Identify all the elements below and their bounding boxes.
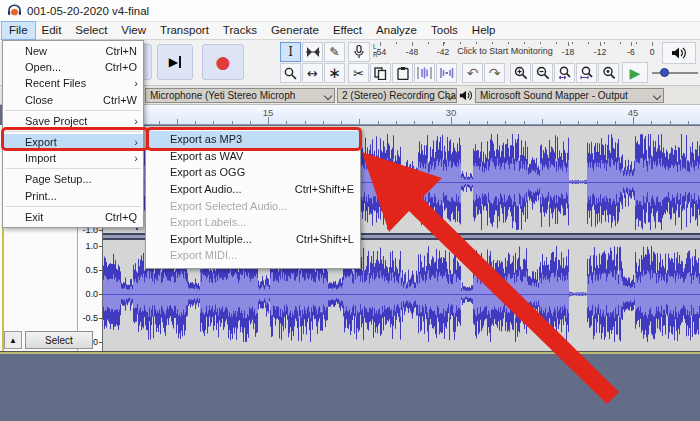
meter-scale-label: -12 <box>594 47 606 57</box>
playback-meter-button[interactable] <box>662 42 696 64</box>
record-button[interactable]: ● <box>202 44 244 80</box>
menu-edit[interactable]: Edit <box>35 22 69 39</box>
menu-item-open[interactable]: Open...Ctrl+O <box>3 59 143 75</box>
menu-item-exit[interactable]: ExitCtrl+Q <box>3 209 143 225</box>
meter-tick <box>396 42 397 44</box>
menu-tracks[interactable]: Tracks <box>216 22 264 39</box>
menu-select[interactable]: Select <box>68 22 114 39</box>
timeline-tick <box>359 119 360 124</box>
menu-item-shortcut: Ctrl+Q <box>105 211 137 223</box>
playback-device-speaker-icon <box>459 89 473 102</box>
slider-thumb[interactable] <box>660 68 669 77</box>
multi-tool-button[interactable]: ∗ <box>324 63 345 83</box>
meter-scale-label: -48 <box>406 47 418 57</box>
amp-scale-tick <box>99 318 102 319</box>
menu-item-label: New <box>25 45 96 57</box>
zoom-toggle-button[interactable] <box>598 63 619 83</box>
timeline-tick <box>505 121 506 124</box>
play-at-speed-button[interactable]: ▶ <box>622 62 648 83</box>
skip-to-end-bar-icon <box>179 56 182 68</box>
redo-button[interactable]: ↷ <box>484 63 505 83</box>
menu-effect[interactable]: Effect <box>326 22 369 39</box>
menu-tools[interactable]: Tools <box>424 22 465 39</box>
timeline-tick <box>414 121 415 124</box>
timeline-tick <box>341 121 342 124</box>
meter-tick <box>508 42 509 44</box>
menu-item-export-multiple[interactable]: Export Multiple...Ctrl+Shift+L <box>146 231 360 248</box>
title-bar[interactable]: 001-05-20-2020 v4-final <box>0 0 700 22</box>
menu-item-page-setup[interactable]: Page Setup... <box>3 171 143 187</box>
amp-scale-label-ch2: 0.0 <box>85 289 98 299</box>
amp-scale-label-ch2: 0.5 <box>85 265 98 275</box>
meter-scale-label: -42 <box>437 47 449 57</box>
timeshift-tool-button[interactable]: ↔ <box>302 63 323 83</box>
menu-item-close[interactable]: CloseCtrl+W <box>3 92 143 108</box>
menu-help[interactable]: Help <box>465 22 503 39</box>
zoom-tool-button[interactable] <box>280 63 301 83</box>
menu-item-export-labels[interactable]: Export Labels... <box>146 214 360 231</box>
zoom-out-button[interactable] <box>532 63 553 83</box>
recording-channels-value: 2 (Stereo) Recording Chan <box>342 90 457 101</box>
timeline-tick <box>615 121 616 124</box>
meter-tick <box>600 42 601 46</box>
menu-item-label: Export Labels... <box>170 216 354 228</box>
menu-item-shortcut: Ctrl+O <box>105 61 137 73</box>
meter-scale-label: -18 <box>562 47 574 57</box>
timeline-tick <box>305 121 306 124</box>
playback-device-dropdown[interactable]: Microsoft Sound Mapper - Output <box>475 88 664 103</box>
recording-device-dropdown[interactable]: Microphone (Yeti Stereo Microph <box>145 88 335 103</box>
paste-button[interactable] <box>392 63 413 83</box>
skip-to-end-button[interactable]: ▶ <box>157 44 193 80</box>
menu-analyze[interactable]: Analyze <box>369 22 424 39</box>
menu-item-print[interactable]: Print... <box>3 188 143 204</box>
envelope-tool-button[interactable] <box>302 42 323 62</box>
silence-audio-button[interactable] <box>436 63 457 83</box>
timeline-tick <box>159 121 160 124</box>
zoom-selection-button[interactable] <box>554 63 575 83</box>
timeline-tick <box>268 117 269 124</box>
menu-item-import[interactable]: Import› <box>3 150 143 166</box>
zoom-selection-icon <box>558 66 572 80</box>
timeline-ruler[interactable]: 153045 <box>78 105 700 125</box>
trim-audio-button[interactable] <box>414 63 435 83</box>
menu-item-label: Recent Files <box>25 77 137 89</box>
meter-tick <box>380 42 381 46</box>
zoom-out-icon <box>536 66 550 80</box>
menu-item-export-as-ogg[interactable]: Export as OGG <box>146 164 360 181</box>
selection-tool-button[interactable]: I <box>280 42 301 62</box>
timeline-tick <box>487 121 488 124</box>
menu-generate[interactable]: Generate <box>264 22 326 39</box>
playback-device-value: Microsoft Sound Mapper - Output <box>480 90 628 101</box>
meter-scale-label: -6 <box>627 47 635 57</box>
track-collapse-button[interactable]: ▲ <box>4 331 22 349</box>
zoom-in-button[interactable] <box>510 63 531 83</box>
menu-item-recent-files[interactable]: Recent Files› <box>3 75 143 91</box>
recording-channels-dropdown[interactable]: 2 (Stereo) Recording Chan <box>337 88 457 103</box>
menu-view[interactable]: View <box>114 22 153 39</box>
menu-item-new[interactable]: NewCtrl+N <box>3 43 143 59</box>
undo-icon: ↶ <box>467 65 479 81</box>
menu-item-shortcut: Ctrl+N <box>106 45 137 57</box>
annotation-box-export-mp3 <box>146 127 362 151</box>
amp-scale-tick <box>99 230 102 231</box>
track-select-button[interactable]: Select <box>25 331 93 349</box>
menu-item-export-audio[interactable]: Export Audio...Ctrl+Shift+E <box>146 181 360 198</box>
menu-item-export-selected-audio[interactable]: Export Selected Audio... <box>146 197 360 214</box>
cut-button[interactable]: ✂ <box>348 63 369 83</box>
draw-tool-button[interactable]: ✎ <box>324 42 345 62</box>
play-speed-slider[interactable] <box>652 64 698 80</box>
undo-button[interactable]: ↶ <box>462 63 483 83</box>
menu-file[interactable]: File <box>2 22 35 39</box>
zoom-fit-button[interactable] <box>576 63 597 83</box>
copy-button[interactable] <box>370 63 391 83</box>
record-meter-button[interactable] <box>348 42 370 62</box>
meter-tick <box>476 42 477 44</box>
chevron-down-icon <box>653 92 661 100</box>
monitor-text[interactable]: Click to Start Monitoring <box>457 46 553 56</box>
timeline-tick <box>524 121 525 124</box>
menu-item-export-midi[interactable]: Export MIDI... <box>146 247 360 264</box>
timeline-tick <box>323 121 324 124</box>
menu-transport[interactable]: Transport <box>153 22 216 39</box>
submenu-arrow-icon: › <box>134 115 138 127</box>
zoom-toggle-icon <box>602 66 616 80</box>
